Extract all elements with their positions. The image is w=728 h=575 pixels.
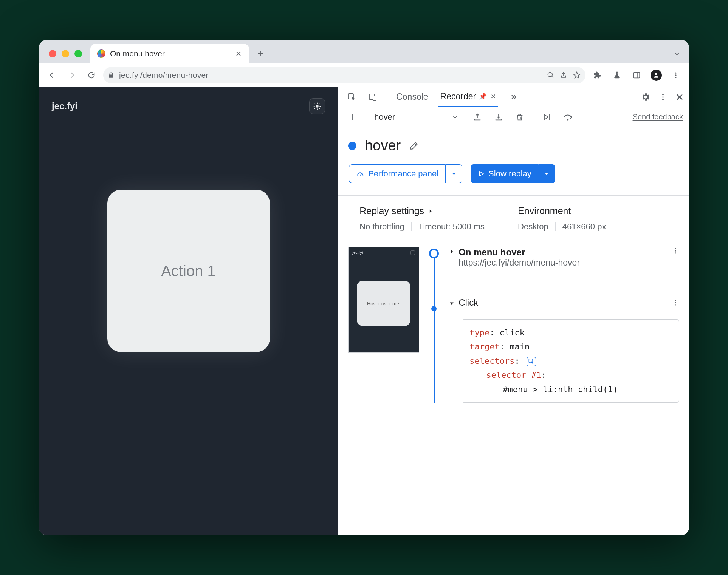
profile-avatar[interactable] (648, 67, 664, 83)
timeout-value: Timeout: 5000 ms (418, 222, 485, 232)
content-area: jec.fyi Action 1 Console Recorder 📌 (39, 87, 689, 535)
zoom-icon[interactable] (547, 71, 555, 79)
back-button[interactable] (44, 67, 60, 83)
play-icon (478, 170, 485, 177)
devtools-menu-icon[interactable] (659, 93, 667, 101)
thumb-brand: jec.fyi (352, 250, 363, 255)
performance-panel-button[interactable]: Performance panel (349, 164, 462, 183)
close-devtools-icon[interactable] (675, 93, 684, 101)
timeline-dot (431, 306, 437, 311)
svg-point-18 (675, 302, 676, 303)
close-tab-icon[interactable] (234, 49, 243, 58)
recorder-body: hover Performance panel Slo (338, 127, 689, 535)
recording-title: hover (365, 138, 401, 154)
address-bar-row: jec.fyi/demo/menu-hover (39, 63, 689, 87)
device-value: Desktop (518, 222, 548, 232)
new-recording-icon[interactable] (344, 109, 360, 125)
svg-point-11 (662, 96, 664, 98)
svg-point-6 (316, 105, 319, 107)
status-dot (348, 142, 356, 150)
throttling-value: No throttling (359, 222, 404, 232)
tab-strip: On menu hover (39, 40, 689, 63)
reload-button[interactable] (84, 67, 99, 83)
export-icon[interactable] (469, 109, 485, 125)
tabs-dropdown-icon[interactable] (673, 50, 681, 57)
thumb-toggle (410, 250, 415, 255)
tab-title: On menu hover (110, 49, 165, 58)
gauge-icon (356, 170, 364, 178)
step-details-panel: type: click target: main selectors: sele… (462, 319, 679, 403)
send-feedback-link[interactable]: Send feedback (633, 113, 683, 121)
browser-tab[interactable]: On menu hover (90, 44, 249, 63)
recorder-toolbar: hover Send feedback (338, 107, 689, 127)
step-thumbnail[interactable]: jec.fyi Hover over me! (348, 247, 419, 353)
window-controls (39, 50, 90, 63)
sun-icon (313, 102, 321, 110)
caret-down-icon[interactable] (449, 300, 455, 306)
selector-value: #menu > li:nth-child(1) (469, 382, 671, 396)
replay-dropdown[interactable] (539, 164, 555, 183)
step-play-icon[interactable] (539, 109, 555, 125)
maximize-window[interactable] (74, 50, 82, 57)
svg-point-19 (675, 304, 676, 305)
settings-icon[interactable] (641, 92, 651, 102)
svg-point-2 (655, 73, 657, 75)
more-tabs-icon[interactable] (506, 89, 522, 105)
svg-point-4 (675, 74, 676, 76)
star-icon[interactable] (573, 71, 581, 79)
recording-selector[interactable]: hover (374, 112, 395, 122)
step-over-icon[interactable] (560, 109, 576, 125)
svg-rect-9 (373, 96, 376, 100)
step-navigate-title[interactable]: On menu hover (458, 247, 580, 258)
edit-title-icon[interactable] (409, 141, 419, 151)
web-page: jec.fyi Action 1 (39, 87, 338, 535)
minimize-window[interactable] (62, 50, 69, 57)
step-menu-icon[interactable] (672, 299, 679, 306)
new-tab-button[interactable] (253, 45, 269, 61)
labs-icon[interactable] (609, 67, 625, 83)
site-brand[interactable]: jec.fyi (52, 101, 77, 111)
tab-recorder[interactable]: Recorder 📌 (438, 87, 499, 107)
viewport-value: 461×660 px (562, 222, 606, 232)
theme-toggle-button[interactable] (309, 98, 325, 114)
svg-point-3 (675, 72, 676, 73)
delete-icon[interactable] (512, 109, 528, 125)
svg-point-14 (675, 248, 676, 249)
url-text: jec.fyi/demo/menu-hover (119, 71, 209, 80)
svg-rect-1 (634, 72, 640, 78)
lock-icon (108, 72, 115, 79)
demo-card[interactable]: Action 1 (107, 190, 270, 352)
omnibox[interactable]: jec.fyi/demo/menu-hover (103, 67, 585, 83)
share-icon[interactable] (560, 71, 567, 79)
inspect-icon[interactable] (344, 89, 359, 105)
timeline (428, 247, 440, 403)
svg-point-17 (675, 300, 676, 301)
device-toggle-icon[interactable] (365, 89, 381, 105)
side-panel-icon[interactable] (629, 67, 644, 83)
recording-dropdown-icon[interactable] (452, 114, 458, 121)
extensions-icon[interactable] (589, 67, 605, 83)
close-window[interactable] (49, 50, 56, 57)
browser-window: On menu hover jec.fyi/demo/menu-hover (39, 40, 689, 535)
import-icon[interactable] (491, 109, 507, 125)
pin-icon: 📌 (479, 93, 487, 100)
tab-console[interactable]: Console (394, 87, 430, 107)
svg-point-0 (548, 72, 553, 77)
step-menu-icon[interactable] (672, 247, 679, 255)
favicon (97, 49, 105, 58)
step-click-title[interactable]: Click (458, 297, 478, 308)
pick-selector-icon[interactable] (527, 357, 536, 366)
devtools-panel: Console Recorder 📌 hover (338, 87, 689, 535)
browser-menu-icon[interactable] (668, 67, 684, 83)
close-panel-icon[interactable] (491, 94, 496, 99)
svg-point-5 (675, 77, 676, 78)
replay-settings-header[interactable]: Replay settings (359, 206, 518, 216)
environment-header: Environment (518, 206, 676, 216)
step-navigate-url: https://jec.fyi/demo/menu-hover (458, 258, 580, 268)
caret-right-icon[interactable] (449, 249, 455, 255)
svg-point-15 (675, 250, 676, 251)
forward-button[interactable] (64, 67, 80, 83)
caret-right-icon (428, 209, 433, 214)
performance-dropdown[interactable] (446, 164, 462, 183)
slow-replay-button[interactable]: Slow replay (471, 164, 555, 183)
